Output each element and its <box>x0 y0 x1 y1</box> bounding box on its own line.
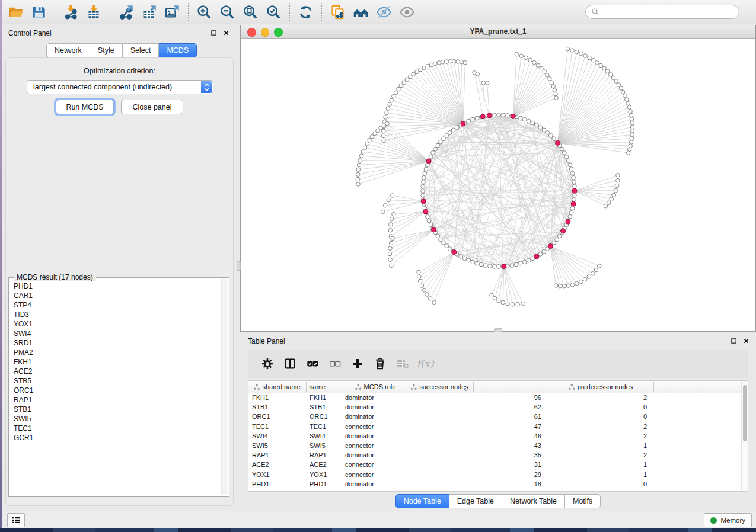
column-header-mcds-role[interactable]: MCDS role <box>355 381 396 393</box>
table-row[interactable]: PHD1PHD1dominator180 <box>248 480 742 489</box>
first-neighbors-button[interactable] <box>349 1 372 23</box>
table-cell[interactable]: 47 <box>494 423 541 430</box>
network-canvas[interactable] <box>241 38 755 331</box>
criterion-select[interactable]: largest connected component (undirected) <box>27 80 213 94</box>
table-cell[interactable]: 1 <box>599 442 647 449</box>
table-cell[interactable]: FKH1 <box>252 394 269 401</box>
table-cell[interactable]: 96 <box>494 394 541 401</box>
hide-selected-button[interactable] <box>372 1 395 23</box>
column-header-shared-name[interactable]: shared name <box>253 381 300 393</box>
mcds-list-item[interactable]: SWI4 <box>10 329 221 338</box>
tab-mcds[interactable]: MCDS <box>159 43 197 57</box>
table-cell[interactable]: dominator <box>345 432 374 440</box>
table-cell[interactable]: connector <box>345 461 374 468</box>
tab-network[interactable]: Network <box>46 43 90 57</box>
table-cell[interactable]: STB1 <box>310 403 326 411</box>
add-column-button[interactable] <box>346 353 369 374</box>
column-header-predecessor-nodes[interactable]: predecessor nodes <box>569 381 633 393</box>
column-divider[interactable] <box>306 382 307 392</box>
table-cell[interactable]: YOX1 <box>252 471 269 478</box>
zoom-fit-button[interactable] <box>239 1 262 23</box>
zoom-in-button[interactable] <box>193 1 216 23</box>
export-network-button[interactable] <box>114 1 138 23</box>
mcds-list-item[interactable]: PHD1 <box>10 281 221 291</box>
network-window-titlebar[interactable]: YPA_prune.txt_1 <box>241 25 755 39</box>
table-cell[interactable]: 2 <box>599 423 647 430</box>
table-cell[interactable]: YOX1 <box>310 471 327 478</box>
mcds-list-item[interactable]: SRD1 <box>10 338 221 348</box>
mcds-list-item[interactable]: TID3 <box>10 310 221 319</box>
split-handle-vertical[interactable] <box>237 261 241 271</box>
import-table-button[interactable] <box>82 1 106 23</box>
deselect-all-rows-button[interactable] <box>324 353 346 374</box>
table-options-button[interactable] <box>256 353 279 374</box>
table-row[interactable]: SWI4SWI4dominator462 <box>248 432 742 441</box>
export-table-button[interactable] <box>138 1 161 23</box>
mcds-list-item[interactable]: RAP1 <box>10 395 221 405</box>
table-cell[interactable]: 18 <box>494 480 541 488</box>
table-cell[interactable]: 62 <box>494 403 541 411</box>
zoom-out-button[interactable] <box>216 1 239 23</box>
mcds-list-item[interactable]: STB5 <box>10 376 221 386</box>
table-cell[interactable]: 0 <box>599 403 647 411</box>
table-cell[interactable]: ORC1 <box>252 413 270 420</box>
table-cell[interactable]: ACE2 <box>252 461 269 468</box>
table-cell[interactable]: PHD1 <box>310 480 327 488</box>
minimize-window-icon[interactable] <box>261 28 270 37</box>
column-divider[interactable] <box>473 382 474 392</box>
table-cell[interactable]: connector <box>345 442 374 449</box>
mcds-list-item[interactable]: GCR1 <box>10 433 221 443</box>
select-all-rows-button[interactable] <box>301 353 324 374</box>
clone-network-button[interactable] <box>326 1 349 23</box>
split-panel-button[interactable] <box>279 353 301 374</box>
table-cell[interactable]: SWI4 <box>252 432 268 440</box>
close-mcds-button[interactable]: Close panel <box>121 100 183 114</box>
split-handle-horizontal[interactable] <box>494 328 502 332</box>
tab-motifs[interactable]: Motifs <box>565 494 601 508</box>
table-cell[interactable]: 2 <box>599 432 647 440</box>
mcds-list-item[interactable]: TEC1 <box>10 424 221 433</box>
save-session-button[interactable] <box>27 1 50 23</box>
mcds-list-item[interactable]: CAR1 <box>10 291 221 300</box>
table-cell[interactable]: dominator <box>345 403 374 411</box>
table-row[interactable]: FKH1FKH1dominator962 <box>248 393 742 403</box>
table-cell[interactable]: SWI5 <box>252 442 268 449</box>
table-cell[interactable]: dominator <box>345 451 374 459</box>
table-row[interactable]: YOX1YOX1connector291 <box>248 470 742 480</box>
tab-node-table[interactable]: Node Table <box>395 494 449 508</box>
table-cell[interactable]: 43 <box>494 442 541 449</box>
table-cell[interactable]: ACE2 <box>310 461 327 468</box>
float-panel-icon[interactable] <box>731 338 737 344</box>
table-row[interactable]: TEC1TEC1connector472 <box>248 422 742 432</box>
search-input[interactable] <box>600 7 739 17</box>
table-cell[interactable]: SWI5 <box>310 442 326 449</box>
mcds-result-list[interactable]: PHD1CAR1STP4TID3YOX1SWI4SRD1PMA2FKH1ACE2… <box>10 281 221 495</box>
table-cell[interactable]: TEC1 <box>252 423 269 430</box>
mcds-list-item[interactable]: STB1 <box>10 405 221 414</box>
zoom-window-icon[interactable] <box>274 28 283 37</box>
export-image-button[interactable] <box>161 1 184 23</box>
table-cell[interactable]: 0 <box>599 480 647 488</box>
tab-network-table[interactable]: Network Table <box>502 494 565 508</box>
tab-select[interactable]: Select <box>123 43 160 57</box>
table-cell[interactable]: FKH1 <box>310 394 326 401</box>
table-row[interactable]: RAP1RAP1dominator352 <box>248 451 742 460</box>
tab-style[interactable]: Style <box>90 43 123 57</box>
mcds-list-item[interactable]: ACE2 <box>10 367 221 376</box>
table-cell[interactable]: 1 <box>599 471 647 478</box>
table-cell[interactable]: RAP1 <box>310 451 327 459</box>
close-window-icon[interactable] <box>247 28 256 37</box>
run-mcds-button[interactable]: Run MCDS <box>56 100 114 114</box>
automation-panel-button[interactable] <box>7 513 25 527</box>
table-row[interactable]: ORC1ORC1dominator610 <box>248 412 742 422</box>
apply-function-button[interactable]: f(x) <box>414 353 436 374</box>
table-cell[interactable]: 29 <box>494 471 541 478</box>
table-cell[interactable]: connector <box>345 423 374 430</box>
open-session-button[interactable] <box>4 1 27 23</box>
mcds-list-item[interactable]: ORC1 <box>10 386 221 395</box>
mcds-list-scrollbar[interactable] <box>221 279 228 495</box>
table-cell[interactable]: dominator <box>345 480 374 488</box>
table-cell[interactable]: 46 <box>494 432 541 440</box>
table-row[interactable]: SWI5SWI5connector431 <box>248 441 742 451</box>
delete-columns-button[interactable] <box>369 353 391 374</box>
